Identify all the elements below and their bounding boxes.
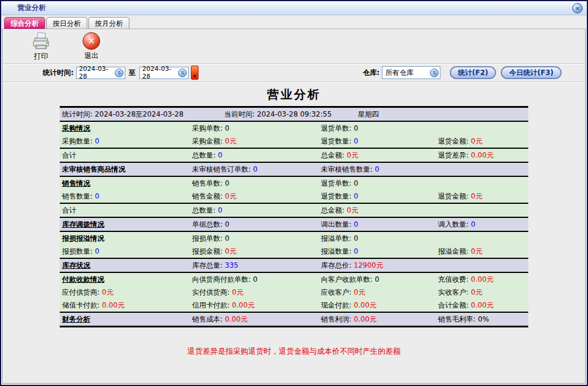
report-cell: 实收客户:0元 bbox=[436, 288, 528, 298]
cell-label: 退货单数: bbox=[321, 124, 351, 134]
tab-strip: 综合分析 按日分析 按月分析 bbox=[1, 15, 587, 29]
cell-value: 0元 bbox=[225, 247, 237, 257]
report-cell: 实付供货商:0元 bbox=[190, 288, 319, 298]
cell-label: 调入数量: bbox=[438, 220, 469, 230]
statistics-button[interactable]: 统计(F2) bbox=[450, 66, 497, 79]
cell-value: 0 bbox=[225, 124, 230, 132]
cell-value: 0 bbox=[354, 220, 358, 228]
report-cell: 充值收费:0.00元 bbox=[436, 275, 528, 285]
cell-value: 0 bbox=[354, 124, 358, 132]
cell-value: 0 bbox=[95, 192, 100, 200]
report-section: 库存状况库存总量:335库存总价:12900元 bbox=[60, 259, 528, 273]
report-cell: 当前时间: 2024-03-28 09:32:55 bbox=[222, 110, 355, 119]
report-cell: 库存调拨情况 bbox=[60, 220, 190, 230]
report-cell: 库存总量:335 bbox=[190, 261, 319, 271]
cell-value: 0 bbox=[471, 220, 476, 228]
report-row: 库存状况库存总量:335库存总价:12900元 bbox=[60, 259, 528, 272]
report-section: 报损报溢情况报损单数:0报溢单数:0报损数量:0报损金额:0元报溢数量:0报溢金… bbox=[60, 232, 528, 259]
cell-label: 报损数量: bbox=[62, 247, 93, 257]
cell-label: 总数量: bbox=[192, 151, 216, 160]
report-section: 未审核销售商品情况未审核销售订单数:0未审核销售数量:0 bbox=[60, 163, 528, 177]
report-cell: 储值卡付款:0.00元 bbox=[60, 300, 190, 310]
report-cell: 退货金额:0元 bbox=[436, 136, 528, 146]
cell-label: 销售毛利率: bbox=[438, 315, 476, 324]
cell-label: 应收客户: bbox=[321, 288, 351, 298]
cell-label: 储值卡付款: bbox=[62, 300, 100, 310]
report-cell: 退货差异:0.00元 bbox=[436, 151, 528, 160]
cell-label: 报溢金额: bbox=[438, 247, 469, 257]
report-cell: 库存总价:12900元 bbox=[319, 261, 436, 271]
cell-label: 库存调拨情况 bbox=[62, 220, 104, 230]
tab-comprehensive-analysis[interactable]: 综合分析 bbox=[4, 17, 45, 29]
cell-label: 统计时间: 2024-03-28至2024-03-28 bbox=[62, 110, 183, 119]
cell-label: 总金额: bbox=[321, 206, 344, 216]
report-cell: 销售数量:0 bbox=[60, 192, 190, 201]
report-row: 报损数量:0报损金额:0元报溢数量:0报溢金额:0元 bbox=[60, 245, 528, 258]
report-cell: 合计 bbox=[60, 151, 190, 160]
report-cell: 现金付款:0.00元 bbox=[319, 300, 436, 310]
cell-label: 合计 bbox=[62, 151, 76, 160]
cell-value: 0 bbox=[354, 234, 358, 242]
exit-label: 退出 bbox=[84, 51, 98, 61]
report-cell: 向供货商付款单数:0 bbox=[190, 275, 319, 285]
report-row: 采购数量:0采购金额:0元退货数量:0退货金额:0元 bbox=[60, 135, 528, 148]
print-button[interactable]: 打印 bbox=[24, 32, 58, 62]
window-title: 营业分析 bbox=[18, 3, 46, 13]
date-to-input[interactable]: 2024-03-28 ⇅ bbox=[139, 67, 189, 79]
today-statistics-button[interactable]: 今日统计(F3) bbox=[501, 66, 562, 79]
cell-value: 0.00元 bbox=[225, 315, 248, 324]
exit-icon: ✕ bbox=[83, 32, 100, 50]
cell-value: 0 bbox=[225, 179, 230, 187]
filter-bar: 统计时间: 2024-03-28 ⇅ 至 2024-03-28 ⇅ ▼ 仓库: … bbox=[3, 64, 585, 82]
cell-value: 0元 bbox=[471, 192, 483, 201]
cell-label: 应付供货商: bbox=[62, 288, 100, 298]
cell-label: 销售情况 bbox=[62, 179, 90, 189]
close-icon[interactable]: ✕ bbox=[572, 3, 583, 13]
report-cell: 报损金额:0元 bbox=[190, 247, 319, 257]
report-cell: 合计金额:0.00元 bbox=[436, 300, 528, 310]
warehouse-select[interactable]: 所有仓库 ⇅ bbox=[382, 66, 440, 79]
cell-value: 0.00元 bbox=[471, 300, 494, 310]
date-from-spinner-icon[interactable]: ⇅ bbox=[115, 69, 124, 77]
title-bar: 营业分析 ✕ bbox=[1, 1, 587, 15]
tab-monthly-analysis[interactable]: 按月分析 bbox=[88, 17, 129, 29]
report-cell: 销售利润:0.00元 bbox=[319, 315, 436, 324]
date-to-spinner-icon[interactable]: ⇅ bbox=[178, 69, 187, 77]
print-label: 打印 bbox=[34, 52, 48, 62]
report-row: 付款收款情况向供货商付款单数:0向客户收款单数:0充值收费:0.00元 bbox=[60, 273, 528, 286]
warehouse-spinner-icon[interactable]: ⇅ bbox=[430, 69, 439, 77]
cell-value: 0元 bbox=[354, 288, 365, 298]
cell-label: 报损报溢情况 bbox=[62, 234, 104, 244]
cell-value: 0元 bbox=[225, 136, 237, 146]
cell-value: 0元 bbox=[225, 192, 237, 201]
cell-value: 0.00元 bbox=[102, 300, 125, 310]
report-cell: 退货数量:0 bbox=[319, 192, 436, 201]
cell-value: 0 bbox=[354, 192, 358, 200]
cell-label: 充值收费: bbox=[438, 275, 469, 285]
tab-daily-analysis[interactable]: 按日分析 bbox=[46, 17, 87, 29]
cell-value: 0 bbox=[218, 151, 223, 159]
cell-label: 信用卡付款: bbox=[192, 300, 230, 310]
report-cell: 总金额:0元 bbox=[319, 206, 436, 216]
date-preset-dropdown-button[interactable]: ▼ bbox=[191, 66, 199, 80]
cell-label: 退货数量: bbox=[321, 192, 351, 201]
cell-label: 采购情况 bbox=[62, 124, 90, 134]
cell-label: 库存总价: bbox=[321, 261, 351, 271]
date-from-value: 2024-03-28 bbox=[79, 65, 114, 80]
printer-icon bbox=[31, 32, 51, 50]
cell-label: 未审核销售数量: bbox=[321, 165, 372, 175]
cell-label: 实付供货商: bbox=[192, 288, 230, 298]
report-cell: 未审核销售数量:0 bbox=[319, 165, 436, 175]
exit-button[interactable]: ✕ 退出 bbox=[74, 32, 108, 61]
cell-value: 0.00元 bbox=[354, 300, 377, 310]
cell-label: 采购单数: bbox=[192, 124, 223, 134]
warehouse-value: 所有仓库 bbox=[385, 68, 430, 78]
report-cell: 星期四 bbox=[355, 110, 528, 119]
date-from-input[interactable]: 2024-03-28 ⇅ bbox=[76, 67, 125, 79]
cell-value: 335 bbox=[225, 261, 238, 269]
report-cell: 退货单数:0 bbox=[319, 179, 436, 189]
report-cell: 采购情况 bbox=[60, 124, 190, 134]
cell-value: 0元 bbox=[347, 206, 358, 216]
report-row: 销售数量:0销售金额:0元退货数量:0退货金额:0元 bbox=[60, 190, 528, 203]
cell-label: 当前时间: 2024-03-28 09:32:55 bbox=[224, 110, 331, 119]
